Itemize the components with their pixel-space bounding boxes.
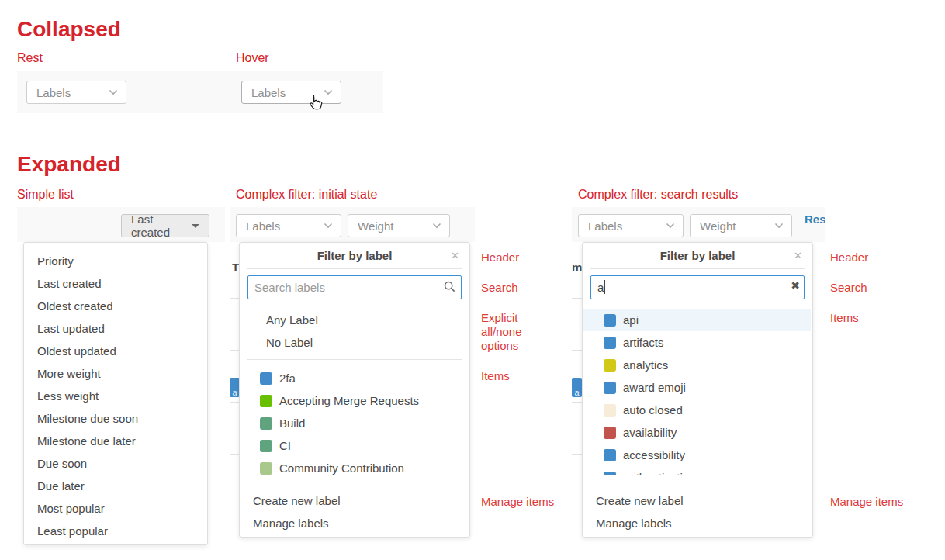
labels-filter-text: Labels bbox=[588, 220, 622, 233]
label-option[interactable]: analytics bbox=[583, 354, 811, 376]
create-new-label-action[interactable]: Create new label bbox=[583, 489, 812, 512]
sort-option[interactable]: More weight bbox=[24, 362, 207, 385]
sort-option[interactable]: Milestone due soon bbox=[24, 407, 207, 430]
label-option[interactable]: accessibility bbox=[583, 444, 811, 466]
example-label-simple-list: Simple list bbox=[17, 188, 74, 202]
manage-labels-action[interactable]: Manage labels bbox=[240, 512, 469, 534]
label-name: award emoji bbox=[623, 381, 686, 394]
sort-option[interactable]: Oldest updated bbox=[24, 340, 207, 362]
sort-option[interactable]: Oldest created bbox=[24, 295, 207, 317]
label-filter-dropdown-panel-search: Filter by label ✕ ✖ api artifacts analyt… bbox=[582, 242, 813, 538]
chevron-down-icon bbox=[432, 223, 441, 229]
close-icon[interactable]: ✕ bbox=[451, 243, 459, 268]
label-option[interactable]: Accepting Merge Requests bbox=[240, 389, 469, 412]
label-color-swatch bbox=[260, 395, 272, 407]
label-option[interactable]: availability bbox=[583, 421, 811, 444]
label-option-highlighted[interactable]: api bbox=[583, 309, 811, 331]
label-color-swatch bbox=[604, 337, 616, 349]
sort-option[interactable]: Priority bbox=[24, 250, 207, 272]
label-color-swatch bbox=[604, 404, 616, 417]
label-filter-dropdown-panel-initial: Filter by label ✕ Any Label No Label 2fa… bbox=[239, 242, 470, 538]
any-label-option[interactable]: Any Label bbox=[240, 309, 469, 331]
manage-labels-action[interactable]: Manage labels bbox=[583, 512, 812, 534]
labels-filter-dropdown-search[interactable]: Labels bbox=[578, 214, 684, 237]
annotation-search: Search bbox=[830, 281, 867, 295]
chevron-down-icon bbox=[324, 223, 333, 229]
occluded-divider-fragment bbox=[230, 454, 239, 455]
sort-option[interactable]: Due later bbox=[24, 475, 207, 497]
label-color-swatch bbox=[604, 382, 616, 394]
sort-option[interactable]: Last updated bbox=[24, 317, 207, 340]
label-color-swatch bbox=[260, 440, 272, 452]
label-option[interactable]: CI bbox=[240, 434, 469, 457]
label-color-swatch bbox=[260, 372, 272, 385]
example-label-search-results: Complex filter: search results bbox=[578, 188, 738, 202]
occluded-divider-fragment bbox=[813, 500, 821, 500]
weight-filter-dropdown-initial[interactable]: Weight bbox=[348, 214, 450, 237]
label-name: Community Contribution bbox=[279, 461, 404, 475]
label-name: Accepting Merge Requests bbox=[279, 394, 419, 407]
label-option[interactable]: Build bbox=[240, 412, 469, 434]
sort-option[interactable]: Least popular bbox=[24, 520, 207, 542]
annotation-items: Items bbox=[830, 311, 859, 325]
occluded-divider-fragment bbox=[230, 298, 239, 299]
sort-option[interactable]: Milestone due later bbox=[24, 430, 207, 452]
label-option[interactable]: auto closed bbox=[583, 399, 811, 421]
divider bbox=[248, 268, 462, 269]
section-title-expanded: Expanded bbox=[17, 152, 121, 177]
search-icon bbox=[444, 281, 455, 292]
divider bbox=[590, 268, 805, 269]
weight-filter-text: Weight bbox=[358, 220, 393, 233]
hand-cursor-icon bbox=[306, 94, 324, 112]
section-title-collapsed: Collapsed bbox=[17, 17, 121, 42]
create-new-label-action[interactable]: Create new label bbox=[240, 489, 469, 512]
sort-option[interactable]: Last created bbox=[24, 272, 207, 295]
sort-option[interactable]: Due soon bbox=[24, 452, 207, 475]
panel-title: Filter by label bbox=[240, 243, 469, 268]
label-name: CI bbox=[279, 439, 291, 452]
occluded-divider-fragment bbox=[572, 402, 582, 403]
design-spec-page: Collapsed Rest Hover Labels Labels Expan… bbox=[0, 0, 945, 560]
label-color-swatch bbox=[604, 449, 616, 461]
label-color-swatch bbox=[604, 359, 616, 372]
label-option[interactable]: award emoji bbox=[583, 376, 811, 399]
label-color-swatch bbox=[260, 462, 272, 475]
occluded-divider-fragment bbox=[230, 506, 239, 506]
clear-search-icon[interactable]: ✖ bbox=[791, 279, 800, 292]
chevron-down-icon bbox=[666, 223, 675, 229]
labels-filter-dropdown-initial[interactable]: Labels bbox=[236, 214, 341, 237]
weight-filter-text: Weight bbox=[700, 220, 736, 233]
reset-link[interactable]: Res bbox=[805, 213, 825, 226]
search-labels-input[interactable] bbox=[590, 275, 805, 299]
label-option[interactable]: Community Contribution bbox=[240, 457, 469, 479]
occluded-divider-fragment bbox=[230, 350, 239, 351]
label-name: accessibility bbox=[623, 448, 685, 461]
label-name: availability bbox=[623, 426, 677, 439]
caret-down-icon bbox=[192, 224, 199, 228]
annotation-all-none: Explicit all/none options bbox=[481, 311, 562, 353]
close-icon[interactable]: ✕ bbox=[794, 243, 802, 268]
panel-title: Filter by label bbox=[583, 243, 812, 268]
search-labels-input[interactable] bbox=[248, 275, 462, 299]
label-color-swatch bbox=[604, 314, 616, 327]
weight-filter-dropdown-search[interactable]: Weight bbox=[690, 214, 792, 237]
occluded-label-chip-fragment: a bbox=[572, 378, 582, 397]
sort-dropdown-button-text: Last created bbox=[131, 213, 185, 239]
sort-option[interactable]: Most popular bbox=[24, 497, 207, 520]
no-label-option[interactable]: No Label bbox=[240, 331, 469, 354]
labels-dropdown-hover-text: Labels bbox=[251, 86, 286, 99]
label-option[interactable]: artifacts bbox=[583, 331, 811, 354]
state-label-rest: Rest bbox=[17, 51, 43, 65]
labels-dropdown-hover[interactable]: Labels bbox=[241, 81, 341, 104]
sort-dropdown-button[interactable]: Last created bbox=[121, 214, 209, 237]
label-name: authentication bbox=[623, 471, 695, 475]
labels-dropdown-rest-text: Labels bbox=[36, 86, 71, 99]
labels-dropdown-rest[interactable]: Labels bbox=[26, 81, 126, 104]
occluded-divider-fragment bbox=[572, 298, 582, 299]
label-option-clipped[interactable]: authentication bbox=[583, 466, 811, 475]
label-name: Build bbox=[279, 417, 305, 430]
annotation-search: Search bbox=[481, 281, 518, 295]
label-option[interactable]: 2fa bbox=[240, 367, 469, 389]
label-name: auto closed bbox=[623, 403, 683, 417]
sort-option[interactable]: Less weight bbox=[24, 385, 207, 407]
